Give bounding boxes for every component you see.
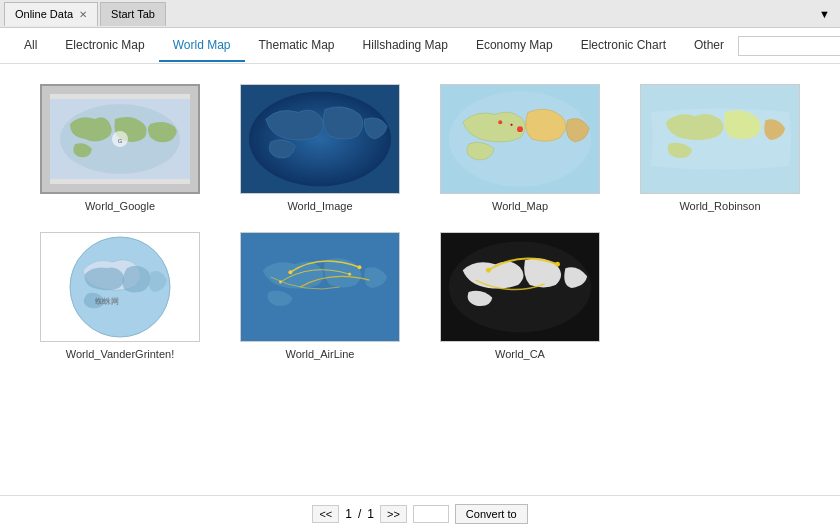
tab-bar: Online Data ✕ Start Tab ▼ [0,0,840,28]
page-separator: / [358,507,361,521]
tab-hillshading-map[interactable]: Hillshading Map [349,30,462,62]
map-label: World_Robinson [679,200,760,212]
map-label: World_Image [287,200,352,212]
svg-point-24 [279,281,282,284]
tab-world-map[interactable]: World Map [159,30,245,62]
svg-point-6 [249,92,391,187]
map-label: World_Map [492,200,548,212]
convert-to-button[interactable]: Convert to [455,504,528,524]
map-item-world-robinson[interactable]: World_Robinson [630,84,810,212]
tab-electronic-chart[interactable]: Electronic Chart [567,30,680,62]
total-pages: 1 [367,507,374,521]
map-item-world-map[interactable]: ● World_Map [430,84,610,212]
tab-online-data[interactable]: Online Data ✕ [4,2,98,26]
map-item-world-ca[interactable]: World_CA [430,232,610,360]
map-item-world-google[interactable]: G World_Google [30,84,210,212]
search-box: 🔍 [738,36,840,56]
map-label: World_AirLine [286,348,355,360]
svg-point-22 [288,270,292,274]
svg-text:●: ● [510,122,513,127]
pagination: << 1 / 1 >> Convert to [0,495,840,531]
svg-text:蜘蛛网: 蜘蛛网 [95,297,119,306]
map-label: World_VanderGrinten! [66,348,174,360]
svg-point-10 [498,120,502,124]
map-grid: G World_Google [30,84,810,360]
tab-other[interactable]: Other [680,30,738,62]
prev-page-button[interactable]: << [312,505,339,523]
svg-point-29 [555,262,560,267]
tab-start[interactable]: Start Tab [100,2,166,26]
tab-electronic-map[interactable]: Electronic Map [51,30,158,62]
svg-point-23 [358,265,362,269]
map-item-world-vandergrinten[interactable]: 蜘蛛网 World_VanderGrinten! [30,232,210,360]
tab-economy-map[interactable]: Economy Map [462,30,567,62]
nav-tabs: All Electronic Map World Map Thematic Ma… [0,28,840,64]
map-item-world-image[interactable]: World_Image [230,84,410,212]
tab-close-icon[interactable]: ✕ [79,9,87,20]
main-content: G World_Google [0,64,840,495]
current-page: 1 [345,507,352,521]
svg-point-28 [486,268,491,273]
tab-thematic-map[interactable]: Thematic Map [245,30,349,62]
tab-dropdown-icon[interactable]: ▼ [813,6,836,22]
tab-all[interactable]: All [10,30,51,62]
page-jump-input[interactable] [413,505,449,523]
map-label: World_Google [85,200,155,212]
map-label: World_CA [495,348,545,360]
search-input[interactable] [745,40,840,52]
next-page-button[interactable]: >> [380,505,407,523]
svg-text:G: G [118,138,123,144]
tab-label: Online Data [15,8,73,20]
tab-label: Start Tab [111,8,155,20]
svg-point-9 [517,126,523,132]
svg-point-25 [348,273,351,276]
map-item-world-airline[interactable]: World_AirLine [230,232,410,360]
